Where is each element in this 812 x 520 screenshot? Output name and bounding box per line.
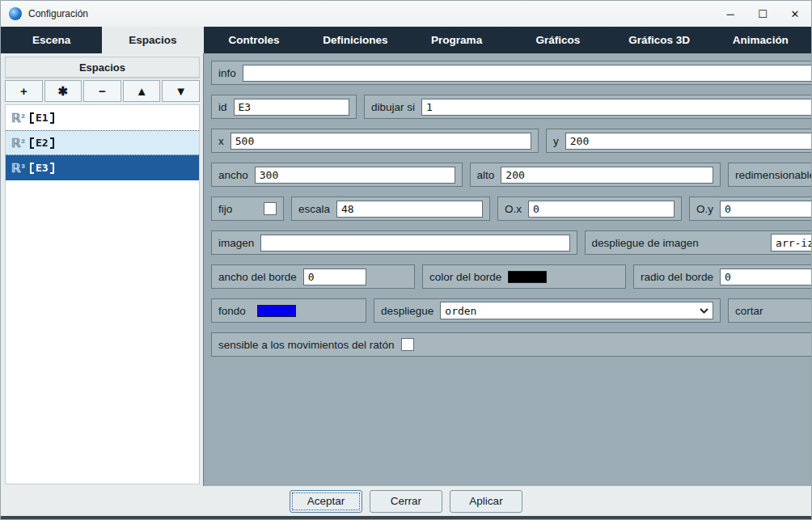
space-item-e1[interactable]: ℝ² E1 xyxy=(6,105,199,130)
despliegue-select[interactable]: orden xyxy=(440,302,713,319)
cortar-field: cortar xyxy=(728,298,812,323)
add-space-button[interactable]: + xyxy=(5,80,43,102)
ancho-label: ancho xyxy=(218,169,248,181)
plus-icon: + xyxy=(20,84,27,98)
fijo-field: fijo xyxy=(211,197,284,221)
asterisk-icon: ✱ xyxy=(58,84,69,99)
dibujar-si-input[interactable] xyxy=(421,99,812,116)
dibujar-si-label: dibujar si xyxy=(371,101,415,113)
titlebar: Configuración ─ ☐ ✕ xyxy=(1,1,811,27)
sidebar-header: Espacios xyxy=(5,57,200,78)
alto-input[interactable] xyxy=(501,167,713,184)
move-up-button[interactable]: ▲ xyxy=(123,80,161,102)
cerrar-button[interactable]: Cerrar xyxy=(370,490,442,513)
bracket-right-icon xyxy=(50,112,54,124)
background-color-swatch[interactable] xyxy=(257,305,296,317)
radio-borde-label: radio del borde xyxy=(641,271,713,283)
bracket-left-icon xyxy=(30,112,34,124)
tab-graficos-3d[interactable]: Gráficos 3D xyxy=(609,27,710,53)
ancho-field: ancho xyxy=(211,163,463,187)
info-label: info xyxy=(218,67,236,79)
y-input[interactable] xyxy=(565,133,812,150)
minus-icon: − xyxy=(99,84,106,98)
oy-input[interactable] xyxy=(720,201,812,218)
app-icon xyxy=(9,7,22,20)
sensible-label: sensible a los movimientos del ratón xyxy=(218,339,395,351)
y-field: y xyxy=(546,129,812,153)
id-input[interactable] xyxy=(234,99,349,116)
border-color-swatch[interactable] xyxy=(508,271,547,283)
radio-borde-input[interactable] xyxy=(720,268,812,285)
tab-definiciones[interactable]: Definiciones xyxy=(305,27,406,53)
ancho-borde-label: ancho del borde xyxy=(218,271,297,283)
remove-space-button[interactable]: − xyxy=(83,80,121,102)
bracket-left-icon xyxy=(30,163,34,174)
color-borde-field: color del borde xyxy=(422,264,626,289)
despliegue-imagen-label: despliegue de imagen xyxy=(592,237,699,249)
aplicar-button[interactable]: Aplicar xyxy=(450,490,522,513)
fijo-checkbox[interactable] xyxy=(264,202,277,215)
y-label: y xyxy=(553,135,559,147)
window-title: Configuración xyxy=(28,8,88,19)
tab-escena[interactable]: Escena xyxy=(1,27,102,53)
info-field: info xyxy=(211,61,812,85)
alto-field: alto xyxy=(470,163,721,187)
tab-programa[interactable]: Programa xyxy=(406,27,507,53)
ancho-borde-input[interactable] xyxy=(303,268,366,285)
space-list: ℝ² E1 ℝ² E2 ℝ³ E3 xyxy=(5,104,200,484)
space-set-symbol: ℝ³ xyxy=(11,161,25,175)
window-controls: ─ ☐ ✕ xyxy=(714,1,811,27)
ox-label: O.x xyxy=(505,203,522,215)
tab-espacios[interactable]: Espacios xyxy=(102,27,203,53)
escala-input[interactable] xyxy=(336,201,483,218)
bracket-right-icon xyxy=(50,137,54,149)
space-item-e3[interactable]: ℝ³ E3 xyxy=(6,155,199,180)
space-properties-panel: info id dibujar si x xyxy=(203,53,812,486)
imagen-label: imagen xyxy=(218,237,254,249)
tab-graficos[interactable]: Gráficos xyxy=(507,27,608,53)
ancho-input[interactable] xyxy=(255,167,455,184)
despliegue-label: despliegue xyxy=(381,305,433,317)
despliegue-field: despliegue orden xyxy=(374,298,721,323)
x-input[interactable] xyxy=(230,133,531,150)
sensible-checkbox[interactable] xyxy=(401,338,414,351)
space-item-e2[interactable]: ℝ² E2 xyxy=(6,130,199,155)
space-set-symbol: ℝ² xyxy=(11,111,25,125)
window-bottom-edge xyxy=(1,516,811,520)
space-name: E2 xyxy=(36,137,49,149)
x-field: x xyxy=(211,129,539,153)
ox-input[interactable] xyxy=(528,201,675,218)
aceptar-button[interactable]: Aceptar xyxy=(290,490,362,513)
fijo-label: fijo xyxy=(218,203,232,215)
despliegue-imagen-select[interactable]: arr-izq xyxy=(771,234,812,252)
space-set-symbol: ℝ² xyxy=(11,136,25,150)
ancho-borde-field: ancho del borde xyxy=(211,264,415,289)
space-name: E3 xyxy=(36,162,49,174)
bracket-right-icon xyxy=(50,163,54,174)
ox-field: O.x xyxy=(497,197,682,221)
fondo-field: fondo xyxy=(211,298,366,323)
tab-bar: Escena Espacios Controles Definiciones P… xyxy=(1,27,811,53)
imagen-input[interactable] xyxy=(260,235,569,252)
maximize-button[interactable]: ☐ xyxy=(746,1,779,27)
space-name: E1 xyxy=(36,112,49,124)
minimize-button[interactable]: ─ xyxy=(714,1,746,27)
tab-animacion[interactable]: Animación xyxy=(710,27,811,53)
imagen-field: imagen xyxy=(211,230,577,255)
info-input[interactable] xyxy=(243,65,812,82)
oy-label: O.y xyxy=(696,203,713,215)
bracket-left-icon xyxy=(30,137,34,149)
content-area: Espacios + ✱ − ▲ ▼ ℝ² E1 ℝ² E2 xyxy=(1,53,811,486)
move-down-button[interactable]: ▼ xyxy=(162,80,200,102)
close-button[interactable]: ✕ xyxy=(779,1,811,27)
sensible-field: sensible a los movimientos del ratón xyxy=(211,332,812,357)
spaces-sidebar: Espacios + ✱ − ▲ ▼ ℝ² E1 ℝ² E2 xyxy=(1,53,203,486)
configuration-window: Configuración ─ ☐ ✕ Escena Espacios Cont… xyxy=(0,0,812,520)
id-label: id xyxy=(218,101,227,113)
tab-controles[interactable]: Controles xyxy=(204,27,305,53)
x-label: x xyxy=(218,135,224,147)
triangle-up-icon: ▲ xyxy=(136,84,148,98)
sidebar-toolbar: + ✱ − ▲ ▼ xyxy=(5,80,200,102)
fondo-label: fondo xyxy=(218,305,246,317)
insert-space-button[interactable]: ✱ xyxy=(44,80,82,102)
